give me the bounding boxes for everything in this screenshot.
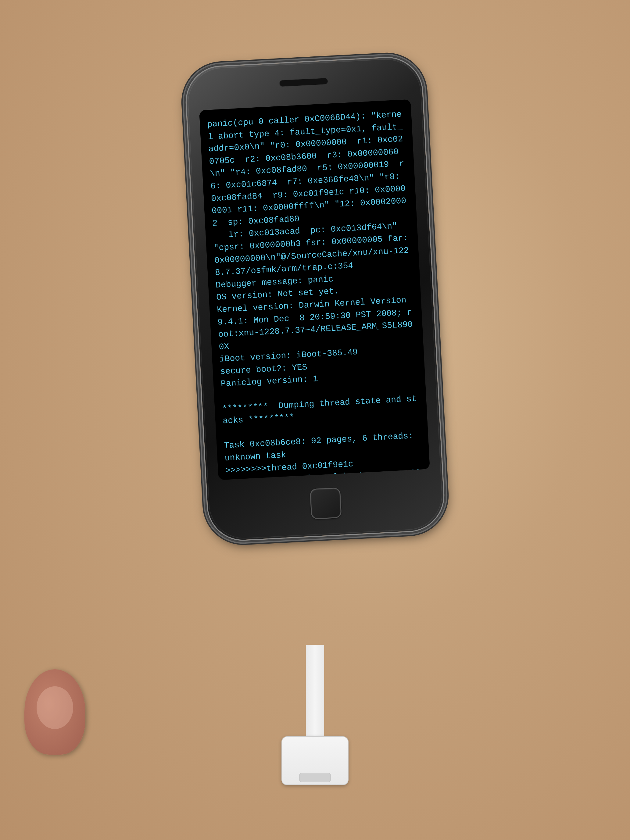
cable-cord xyxy=(306,645,324,736)
cable-white-block xyxy=(281,736,349,785)
home-button[interactable] xyxy=(310,488,342,519)
phone-screen: panic(cpu 0 caller 0xC0068D44): "kernel … xyxy=(199,99,430,480)
iphone: panic(cpu 0 caller 0xC0068D44): "kernel … xyxy=(184,55,447,543)
panic-screen: panic(cpu 0 caller 0xC0068D44): "kernel … xyxy=(199,99,430,480)
cable-connector xyxy=(281,645,349,785)
phone-body: panic(cpu 0 caller 0xC0068D44): "kernel … xyxy=(184,55,447,543)
finger xyxy=(24,669,85,755)
panic-text: panic(cpu 0 caller 0xC0068D44): "kernel … xyxy=(207,108,425,480)
phone-speaker xyxy=(279,78,328,87)
